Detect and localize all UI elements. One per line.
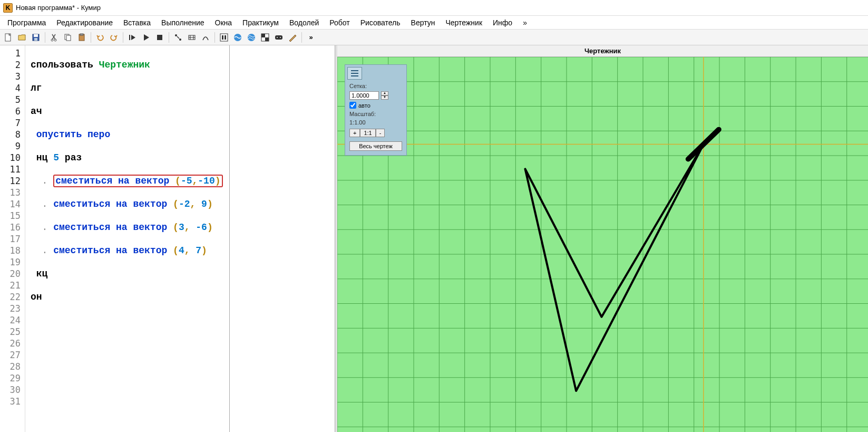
undo-icon[interactable] [94,31,106,44]
save-file-icon[interactable] [30,31,42,44]
menu-vodoley[interactable]: Водолей [284,17,324,28]
redo-icon[interactable] [108,31,120,44]
menu-run[interactable]: Выполнение [156,17,209,28]
svg-rect-13 [157,35,162,40]
svg-rect-7 [66,35,71,41]
menu-windows[interactable]: Окна [210,17,238,28]
dot: . [42,245,54,256]
menu-robot[interactable]: Робот [324,17,355,28]
grid-label: Сетка: [345,82,406,90]
actor-pen-icon[interactable] [286,31,299,44]
stop-icon[interactable] [153,31,166,44]
dot: . [42,222,54,233]
tool-a-icon[interactable] [172,31,184,44]
actor-grid-icon[interactable] [218,31,230,44]
menu-painter[interactable]: Рисователь [355,17,406,28]
tool-c-icon[interactable] [199,31,212,44]
svg-point-26 [277,37,278,38]
svg-point-21 [248,34,255,41]
svg-rect-3 [34,38,37,41]
auto-label: авто [358,102,370,109]
menu-insert[interactable]: Вставка [118,17,156,28]
drafter-control-panel: Сетка: ▲▼ авто Масштаб: 1:1.00 + 1:1 - [345,64,407,156]
dot: . [42,199,54,209]
drafter-pane: Чертежник Сетка: ▲▼ авто Масштаб: [335,45,868,432]
svg-point-27 [280,37,281,38]
kw-use: спользовать [31,60,99,70]
svg-rect-23 [261,34,265,37]
copy-icon[interactable] [62,31,74,44]
actor-board-icon[interactable] [259,31,271,44]
actor-wave2-icon[interactable] [245,31,258,44]
menu-vertun[interactable]: Вертун [406,17,441,28]
editor-pane: 1234567891011121314151617181920212223242… [0,45,335,432]
svg-rect-9 [80,34,83,35]
run-icon[interactable] [126,31,139,44]
tool-b-icon[interactable] [186,31,198,44]
zoom-out-button[interactable]: - [376,129,385,137]
kw-times: раз [59,152,82,163]
main-area: 1234567891011121314151617181920212223242… [0,45,868,432]
scale-label: Масштаб: [345,110,406,118]
svg-point-15 [179,39,181,41]
svg-rect-10 [129,35,130,40]
drafter-title: Чертежник [337,45,868,57]
output-pane[interactable] [229,45,335,432]
kw-move: сместиться на вектор [53,222,173,233]
line-gutter: 1234567891011121314151617181920212223242… [0,45,25,432]
kw-move: сместиться на вектор [53,245,173,256]
panel-menu-icon[interactable] [347,67,362,80]
menu-practice[interactable]: Практикум [237,17,284,28]
svg-rect-2 [34,34,38,37]
menu-edit[interactable]: Редактирование [51,17,118,28]
kw-end: он [31,292,42,302]
window-title: Новая программа* - Кумир [16,4,101,12]
svg-rect-19 [225,35,226,40]
cut-icon[interactable] [48,31,61,44]
svg-rect-17 [220,34,228,41]
svg-rect-25 [275,35,282,40]
svg-rect-24 [265,37,269,41]
svg-marker-12 [144,34,149,41]
new-file-icon[interactable] [2,31,15,44]
toolbar-more-icon[interactable]: » [305,31,317,44]
paste-icon[interactable] [75,31,88,44]
kw-alg: лг [31,83,42,93]
loop-count: 5 [53,152,59,163]
auto-checkbox[interactable] [349,102,356,109]
scale-value: 1:1.00 [345,118,406,127]
kw-move: сместиться на вектор [53,199,173,209]
menu-info[interactable]: Инфо [487,17,518,28]
kw-begin: ач [31,106,42,117]
svg-point-14 [175,34,177,36]
full-drawing-button[interactable]: Весь чертеж [349,141,402,151]
dot: . [42,176,54,186]
svg-rect-18 [222,35,223,40]
kw-actor-name: Чертежник [99,60,150,70]
open-file-icon[interactable] [16,31,28,44]
svg-marker-11 [131,35,135,40]
drafter-canvas[interactable]: Сетка: ▲▼ авто Масштаб: 1:1.00 + 1:1 - [337,57,868,432]
titlebar: K Новая программа* - Кумир [0,0,868,16]
menu-program[interactable]: Программа [2,17,51,28]
highlighted-line: сместиться на вектор (-5,-10) [53,175,222,187]
play-icon[interactable] [140,31,152,44]
menubar: Программа Редактирование Вставка Выполне… [0,16,868,30]
code-editor[interactable]: спользовать Чертежник лг ач опустить пер… [25,45,229,432]
kw-loop: нц [31,152,53,163]
kw-pendown: опустить перо [31,129,110,140]
menu-more[interactable]: » [518,17,532,28]
toolbar: » [0,30,868,45]
app-icon: K [3,3,13,13]
menu-drafter[interactable]: Чертежник [440,17,487,28]
actor-game-icon[interactable] [272,31,285,44]
zoom-reset-button[interactable]: 1:1 [360,129,375,137]
actor-wave-icon[interactable] [231,31,244,44]
grid-step-input[interactable] [349,91,379,100]
zoom-in-button[interactable]: + [349,129,360,137]
grid-step-spinner[interactable]: ▲▼ [381,91,388,100]
kw-endloop: кц [31,268,47,279]
